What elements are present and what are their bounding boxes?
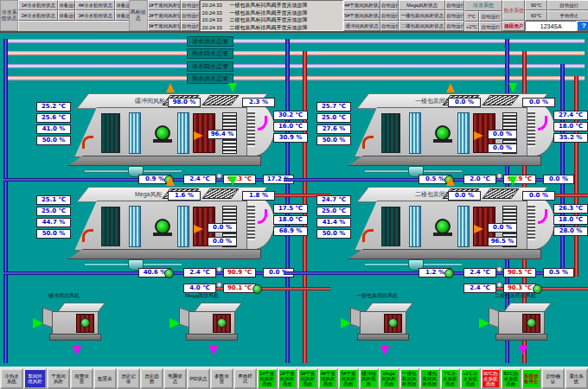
toolbar-button[interactable]: 系统设备停止 — [521, 368, 542, 389]
alarm-row[interactable]: 20:24:33 二楼包装风柜回风阀开度反馈故障 — [202, 16, 343, 24]
supply-humidity-value: 30.9 % — [273, 133, 308, 143]
toolbar-button[interactable]: 5#干蒸间风柜画面 — [338, 368, 359, 389]
toolbar-button[interactable]: 退出系统 — [565, 368, 588, 389]
fan-group-label: 风柜状态 — [129, 0, 147, 31]
return-air-arrow — [362, 136, 374, 149]
fresh-air-arrow — [228, 83, 237, 92]
supply-temp-setpoint: 18.0 ℃ — [273, 215, 308, 225]
fan-status-column-a: 1#干蒸间风柜状态 自动运行 2#干蒸间风柜状态 自动运行 3#干蒸间风柜状态 … — [148, 0, 200, 31]
fan-body[interactable] — [360, 303, 410, 342]
room-humidity-value: 44.7 % — [36, 218, 71, 227]
fan-status-button[interactable]: 自动运行 — [380, 0, 399, 10]
outlet-air-arrow — [519, 346, 527, 355]
supply-humidity-value: 28.0 % — [553, 226, 588, 236]
room-humidity-setpoint: 50.0 % — [36, 229, 71, 239]
fan-run-indicator[interactable] — [217, 318, 227, 328]
user-id-input[interactable] — [525, 21, 577, 31]
toolbar-button[interactable]: 1#干蒸间风柜画面 — [257, 368, 278, 389]
toolbar-button[interactable]: 2#干蒸间风柜画面 — [278, 368, 298, 389]
toolbar-button[interactable]: +2℃冷水系统画面 — [460, 368, 481, 389]
mid-damper-value: 96.4 % — [208, 130, 237, 139]
fan-status-button[interactable]: 自动运行 — [380, 10, 399, 21]
alarm-row[interactable]: 20:24:33 一楼包装风柜排风阀开度反馈故障 — [202, 10, 343, 17]
alarm-time: 20:24:33 — [202, 16, 230, 24]
fan-motor-indicator[interactable] — [155, 219, 170, 234]
fan-status-button[interactable]: 自动运行 — [181, 10, 199, 21]
fan-run-indicator[interactable] — [527, 318, 536, 328]
toolbar-button[interactable]: 报警设置 — [70, 368, 93, 389]
toolbar-button[interactable]: 冷热水系统 — [0, 368, 23, 389]
fan-motor-indicator[interactable] — [155, 125, 170, 141]
chiller-status-button[interactable]: 设备运行 — [115, 10, 129, 21]
toolbar-button[interactable]: 一楼包装间风柜画面 — [399, 368, 420, 389]
toolbar-button[interactable]: 历史记录 — [117, 368, 140, 389]
alarm-row[interactable]: 20:24:33 二楼包装风柜排风阀开度反馈故障 — [202, 24, 343, 31]
fan-name: 缓冲间风柜状态 — [343, 21, 380, 31]
toolbar-button[interactable]: 电脑状态 — [163, 368, 187, 389]
alarm-row[interactable]: 20:24:33 一楼包装风柜回风阀开度反馈故障 — [202, 2, 343, 10]
fan-body[interactable] — [498, 303, 548, 342]
fan-motor-indicator[interactable] — [435, 125, 451, 141]
chiller-status-button[interactable]: 设备运行 — [115, 0, 129, 10]
toolbar-button[interactable]: 60℃热水系统画面 — [501, 368, 521, 389]
chiller-status-item: 2#冷水机组状态 设备运行 — [18, 10, 75, 21]
hot-status-button[interactable]: 自动运行 — [547, 0, 588, 10]
toolbar-button[interactable]: 4#干蒸间风柜画面 — [318, 368, 339, 389]
chiller-status-button[interactable]: 设备运行 — [58, 10, 75, 21]
fan-base — [49, 334, 101, 341]
inlet-air-arrow — [169, 318, 180, 328]
toolbar-button[interactable]: Mega间风柜画面 — [379, 368, 399, 389]
toolbar-button[interactable]: 配置表 — [93, 368, 117, 389]
cold-status-button[interactable]: 自动运行 — [479, 22, 502, 31]
toolbar-button[interactable]: 参数设置 — [210, 368, 233, 389]
toolbar-button[interactable]: 7℃冷水系统画面 — [440, 368, 461, 389]
fan-status-button[interactable]: 自动运行 — [181, 21, 199, 31]
chiller-name: 3#冷水机组状态 — [75, 10, 115, 21]
toolbar-button[interactable]: 历史趋势 — [140, 368, 163, 389]
return-air-arrow — [82, 136, 93, 149]
fan-name: Mega风柜状态 — [399, 0, 445, 10]
cold-supply-temp: 2.0 ℃ — [463, 175, 496, 184]
louver-icon — [247, 111, 255, 147]
fresh-air-arrow — [508, 83, 517, 92]
fan-status-button[interactable]: 自动运行 — [445, 10, 463, 21]
louver-icon — [527, 204, 535, 240]
fan-base — [495, 334, 547, 341]
fresh-damper-value: 0.0 % — [522, 191, 555, 201]
help-button[interactable]: ? — [577, 21, 588, 31]
fan-run-indicator[interactable] — [80, 318, 90, 328]
mid-damper-value: 0.0 % — [208, 223, 237, 233]
fan-body[interactable] — [52, 303, 102, 342]
toolbar-button[interactable]: 90℃热水系统画面 — [481, 368, 502, 389]
filter-section — [409, 112, 421, 154]
supply-air-readouts: 26.3 ℃ 18.0 ℃ 28.0 % — [553, 204, 588, 238]
toolbar-button[interactable]: 缓冲间风柜画面 — [359, 368, 380, 389]
fresh-air-arrow — [508, 176, 517, 186]
hot-status-button[interactable]: 手动停止 — [547, 10, 588, 21]
toolbar-button[interactable]: 干蒸间风柜 — [47, 368, 70, 389]
toolbar-button[interactable]: 二楼包装间风柜画面 — [419, 368, 440, 389]
toolbar-button[interactable]: PID状态 — [187, 368, 210, 389]
toolbar-button[interactable]: 3#干蒸间风柜画面 — [297, 368, 318, 389]
outlet-air-arrow — [73, 346, 81, 355]
fan-status-button[interactable]: 自动运行 — [380, 21, 399, 31]
cold-valve-icon[interactable] — [444, 269, 454, 278]
toolbar-button[interactable]: 界面样式 — [233, 368, 257, 389]
supply-temp-value: 30.2 ℃ — [273, 111, 308, 120]
chiller-status-button[interactable]: 设备运行 — [58, 0, 75, 10]
cold-valve-icon[interactable] — [164, 269, 174, 278]
fan-name: 4#干蒸间风柜状态 — [343, 0, 380, 10]
room-temp-value: 25.1 ℃ — [36, 195, 71, 205]
fan-motor-indicator[interactable] — [435, 219, 451, 234]
fan-status-button[interactable]: 自动运行 — [445, 0, 463, 10]
outlet-air-arrow — [380, 346, 389, 355]
inlet-air-arrow — [33, 318, 43, 328]
cold-status-button[interactable]: 自动运行 — [479, 11, 502, 22]
toolbar-button[interactable]: 启动确认 — [541, 368, 565, 389]
mid-damper-value: 96.5 % — [488, 237, 517, 246]
toolbar-button[interactable]: 车间环境风柜 — [23, 368, 47, 389]
fan-status-button[interactable]: 自动运行 — [445, 21, 463, 31]
fan-body[interactable] — [189, 303, 239, 342]
fan-run-indicator[interactable] — [388, 318, 398, 328]
fan-status-button[interactable]: 自动运行 — [181, 0, 199, 10]
